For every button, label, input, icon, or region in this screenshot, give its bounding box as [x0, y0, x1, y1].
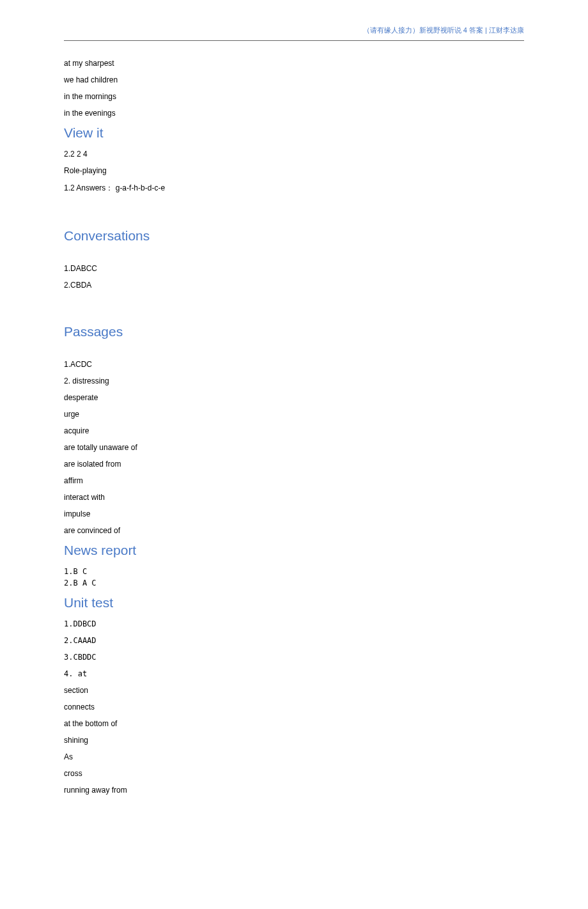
answer-line: 1.2 Answers： g-a-f-h-b-d-c-e: [64, 183, 524, 194]
answer-line: 2.2 2 4: [64, 150, 524, 159]
answer-line: 1.B C: [64, 567, 524, 576]
intro-line: in the mornings: [64, 92, 524, 101]
answer-line: 2.B A C: [64, 579, 524, 587]
header-credit: （请有缘人接力）新视野视听说 4 答案 | 江财李达康: [64, 26, 524, 35]
intro-line: in the evenings: [64, 109, 524, 118]
answer-line: are totally unaware of: [64, 443, 524, 452]
section-heading-unit-test: Unit test: [64, 595, 524, 610]
answer-line: acquire: [64, 426, 524, 435]
answer-line: section: [64, 686, 524, 695]
answer-line: urge: [64, 410, 524, 419]
divider: [64, 40, 524, 41]
answer-line: cross: [64, 769, 524, 778]
answer-line: Role-playing: [64, 166, 524, 175]
intro-block: at my sharpest we had children in the mo…: [64, 59, 524, 118]
answer-line: 2. distressing: [64, 377, 524, 385]
section-heading-news-report: News report: [64, 543, 524, 558]
section-heading-conversations: Conversations: [64, 228, 524, 244]
intro-line: we had children: [64, 75, 524, 84]
answer-line: 1.ACDC: [64, 360, 524, 369]
answer-line: at the bottom of: [64, 719, 524, 728]
answer-line: 2.CBDA: [64, 281, 524, 290]
answer-line: affirm: [64, 476, 524, 485]
answer-line: 4. at: [64, 669, 524, 678]
answer-line: are isolated from: [64, 460, 524, 469]
answer-line: 3.CBDDC: [64, 653, 524, 662]
section-heading-view-it: View it: [64, 125, 524, 141]
answer-line: running away from: [64, 786, 524, 795]
answer-line: 1.DDBCD: [64, 619, 524, 628]
intro-line: at my sharpest: [64, 59, 524, 68]
answer-line: connects: [64, 703, 524, 711]
answer-line: 1.DABCC: [64, 264, 524, 273]
answer-line: desperate: [64, 393, 524, 402]
answer-line: 2.CAAAD: [64, 636, 524, 645]
answer-line: interact with: [64, 493, 524, 502]
answer-line: impulse: [64, 509, 524, 518]
answer-line: shining: [64, 736, 524, 745]
answer-line: are convinced of: [64, 526, 524, 535]
section-heading-passages: Passages: [64, 324, 524, 339]
answer-line: As: [64, 752, 524, 761]
